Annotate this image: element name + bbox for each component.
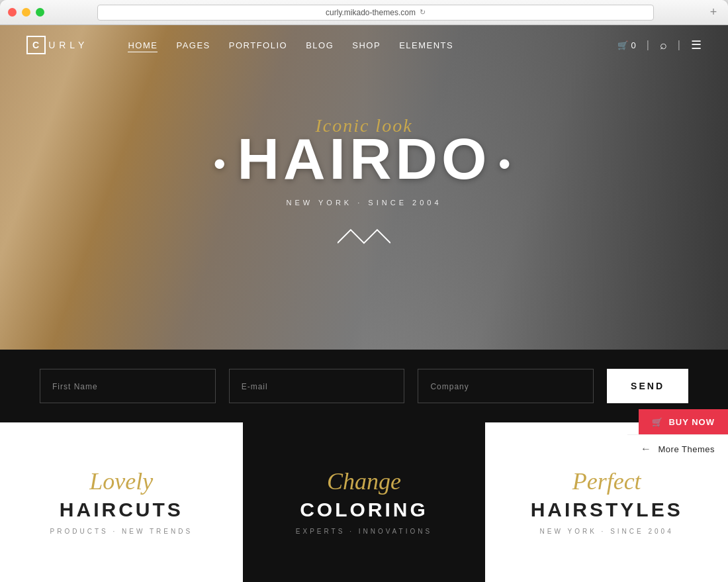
- hero-section: Iconic look •HAIRDO• NEW YORK · SINCE 20…: [0, 25, 728, 350]
- more-themes-label: More Themes: [659, 444, 715, 454]
- browser-titlebar: curly.mikado-themes.com ↻ +: [0, 0, 728, 25]
- card-hairstyles-subtitle: NEW YORK · SINCE 2004: [540, 528, 674, 535]
- card-haircuts-subtitle: PRODUCTS · NEW TRENDS: [50, 528, 193, 535]
- browser-window: curly.mikado-themes.com ↻ + C URLY HOME …: [0, 0, 728, 582]
- hero-title-text: HAIRDO: [237, 126, 490, 191]
- hero-zigzag-decoration: [214, 226, 514, 246]
- nav-divider-2: |: [678, 39, 680, 51]
- new-tab-button[interactable]: +: [707, 6, 720, 19]
- hero-subtitle: NEW YORK · SINCE 2004: [214, 199, 514, 207]
- nav-item-pages[interactable]: PAGES: [176, 39, 210, 51]
- cards-section: Lovely HAIRCUTS PRODUCTS · NEW TRENDS Ch…: [0, 422, 728, 582]
- send-button[interactable]: SEND: [607, 369, 688, 403]
- nav-icons: 🛒 0 | ⌕ | ☰: [617, 38, 702, 52]
- nav-item-portfolio[interactable]: PORTFOLIO: [229, 39, 287, 51]
- arrow-left-icon: ←: [641, 443, 652, 455]
- hero-title: •HAIRDO•: [214, 130, 514, 188]
- buy-now-button[interactable]: 🛒 BUY NOW: [639, 409, 728, 435]
- card-coloring[interactable]: Change COLORING EXPERTS · INNOVATIONS: [243, 422, 486, 582]
- hero-bullet-left: •: [214, 145, 230, 182]
- card-haircuts-script: Lovely: [89, 469, 153, 493]
- nav-divider: |: [647, 39, 649, 51]
- menu-icon[interactable]: ☰: [691, 38, 702, 52]
- cart-icon-buynow: 🛒: [652, 417, 663, 427]
- form-section: SEND: [0, 350, 728, 422]
- address-text: curly.mikado-themes.com: [326, 8, 416, 17]
- window-controls: [8, 8, 44, 17]
- logo-text: URLY: [46, 40, 88, 50]
- nav-menu: HOME PAGES PORTFOLIO BLOG SHOP ELEMENTS: [128, 39, 617, 51]
- logo-letter: C: [26, 36, 46, 54]
- nav-item-home[interactable]: HOME: [128, 39, 158, 51]
- search-icon[interactable]: ⌕: [660, 38, 667, 52]
- card-hairstyles-title: HAIRSTYLES: [531, 499, 683, 521]
- nav-item-shop[interactable]: SHOP: [352, 39, 381, 51]
- more-themes-button[interactable]: ← More Themes: [627, 434, 728, 463]
- hero-bullet-right: •: [499, 145, 515, 182]
- nav-item-elements[interactable]: ELEMENTS: [399, 39, 453, 51]
- site-logo[interactable]: C URLY: [26, 36, 88, 54]
- cart-count: 0: [631, 40, 635, 50]
- company-input[interactable]: [418, 369, 594, 403]
- maximize-button[interactable]: [36, 8, 44, 17]
- reload-icon[interactable]: ↻: [420, 8, 426, 17]
- main-nav: C URLY HOME PAGES PORTFOLIO BLOG SHOP EL…: [0, 25, 728, 65]
- address-bar[interactable]: curly.mikado-themes.com ↻: [97, 5, 654, 21]
- card-haircuts[interactable]: Lovely HAIRCUTS PRODUCTS · NEW TRENDS: [0, 422, 243, 582]
- card-haircuts-title: HAIRCUTS: [60, 499, 183, 521]
- card-coloring-title: COLORING: [300, 499, 428, 521]
- email-input[interactable]: [229, 369, 405, 403]
- card-coloring-script: Change: [327, 469, 401, 493]
- website-content: C URLY HOME PAGES PORTFOLIO BLOG SHOP EL…: [0, 25, 728, 582]
- nav-item-blog[interactable]: BLOG: [306, 39, 334, 51]
- cart-icon: 🛒: [617, 40, 628, 50]
- buy-now-label: BUY NOW: [668, 417, 715, 427]
- card-coloring-subtitle: EXPERTS · INNOVATIONS: [296, 528, 432, 535]
- close-button[interactable]: [8, 8, 17, 17]
- card-hairstyles-script: Perfect: [572, 469, 641, 493]
- cart-button[interactable]: 🛒 0: [617, 40, 635, 50]
- minimize-button[interactable]: [22, 8, 30, 17]
- first-name-input[interactable]: [40, 369, 216, 403]
- hero-content: Iconic look •HAIRDO• NEW YORK · SINCE 20…: [214, 115, 514, 246]
